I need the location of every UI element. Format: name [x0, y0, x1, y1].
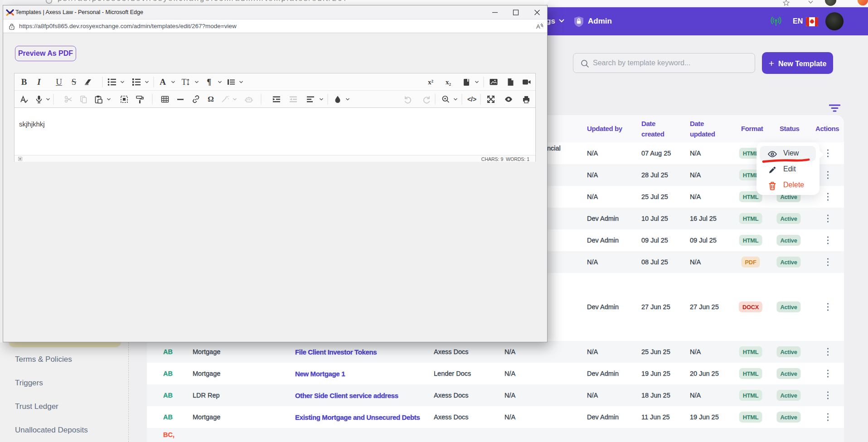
svg-text:A: A	[536, 23, 540, 30]
svg-text:T: T	[182, 78, 187, 87]
